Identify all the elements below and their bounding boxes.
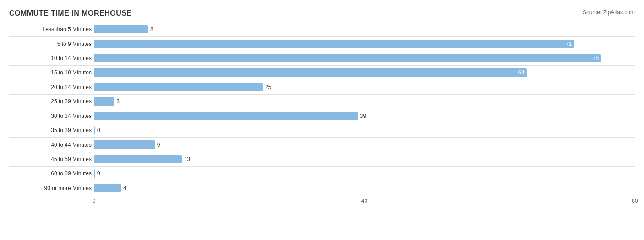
grid-line [635,66,635,79]
bar-track: 39 [94,109,635,123]
bar-track: 64 [94,66,635,79]
grid-line [365,95,365,108]
bar-track: 4 [94,181,635,195]
bar-value: 39 [360,113,366,119]
bar-label: 10 to 14 Minutes [9,55,94,61]
grid-line [365,80,365,94]
grid-line [635,181,635,195]
grid-line [365,123,365,137]
bar-row: 25 to 29 Minutes3 [9,95,635,109]
bar-row: 30 to 34 Minutes39 [9,109,635,123]
bar-track: 9 [94,138,635,151]
bar-fill [94,83,263,91]
bar-label: 40 to 44 Minutes [9,142,94,148]
chart-container: COMMUTE TIME IN MOREHOUSE Source: ZipAtl… [0,0,644,240]
grid-line [635,51,635,65]
bar-value-inside: 64 [518,69,524,76]
bar-row: 20 to 24 Minutes25 [9,80,635,95]
bar-row: 45 to 59 Minutes13 [9,152,635,167]
bar-value: 0 [97,170,100,177]
bar-row: 15 to 19 Minutes64 [9,66,635,80]
grid-line [635,95,635,108]
bar-track: 25 [94,80,635,94]
bar-fill [94,155,182,163]
bar-label: 25 to 29 Minutes [9,98,94,105]
bar-label: 5 to 9 Minutes [9,41,94,47]
bars-section: Less than 5 Minutes85 to 9 Minutes7110 t… [9,22,635,195]
grid-line [635,22,635,36]
bar-fill [94,126,95,134]
bar-row: 60 to 89 Minutes0 [9,167,635,181]
grid-line [635,37,635,50]
bar-fill [94,169,95,178]
bar-row: 35 to 39 Minutes0 [9,123,635,138]
bar-track: 0 [94,123,635,137]
bar-track: 75 [94,51,635,65]
bar-fill: 71 [94,40,574,48]
bar-fill [94,184,121,192]
x-axis-label: 0 [93,198,96,204]
bar-value: 25 [265,84,271,90]
chart-title: COMMUTE TIME IN MOREHOUSE [9,9,635,17]
bar-label: 30 to 34 Minutes [9,113,94,119]
bar-value-inside: 75 [593,55,599,61]
bar-fill [94,25,148,33]
grid-line [635,138,635,151]
grid-line [365,152,365,166]
bar-value: 0 [97,127,100,134]
bar-label: 60 to 89 Minutes [9,170,94,177]
bar-value: 8 [150,26,153,33]
grid-line [635,80,635,94]
x-axis-label: 40 [361,198,367,204]
grid-line [635,109,635,123]
bar-track: 3 [94,95,635,108]
bar-row: 5 to 9 Minutes71 [9,37,635,51]
bar-fill: 64 [94,68,527,77]
bar-label: Less than 5 Minutes [9,26,94,33]
grid-line [365,109,365,123]
x-axis: 04080 [94,198,635,207]
grid-line [365,167,365,180]
bar-row: 40 to 44 Minutes9 [9,138,635,152]
chart-source: Source: ZipAtlas.com [583,9,635,16]
bar-fill [94,140,155,149]
bar-track: 8 [94,22,635,36]
grid-line [365,181,365,195]
bar-label: 20 to 24 Minutes [9,84,94,90]
bar-label: 15 to 19 Minutes [9,69,94,76]
bar-value-inside: 71 [566,41,572,47]
bar-label: 90 or more Minutes [9,185,94,191]
bar-track: 0 [94,167,635,180]
bar-fill [94,97,114,106]
bar-value: 4 [123,185,126,191]
bar-value: 13 [184,156,190,162]
x-axis-label: 80 [632,198,638,204]
bar-row: 10 to 14 Minutes75 [9,51,635,66]
bar-row: Less than 5 Minutes8 [9,22,635,37]
grid-line [365,138,365,151]
bar-track: 13 [94,152,635,166]
bar-label: 35 to 39 Minutes [9,127,94,134]
chart-area: Less than 5 Minutes85 to 9 Minutes7110 t… [9,22,635,207]
grid-line [635,152,635,166]
grid-line [635,167,635,180]
bar-value: 3 [116,98,120,105]
bar-fill: 75 [94,54,601,62]
grid-line [635,123,635,137]
bar-label: 45 to 59 Minutes [9,156,94,162]
bar-value: 9 [157,142,160,148]
bar-track: 71 [94,37,635,50]
bar-fill [94,112,358,120]
grid-line [365,22,365,36]
bar-row: 90 or more Minutes4 [9,181,635,195]
